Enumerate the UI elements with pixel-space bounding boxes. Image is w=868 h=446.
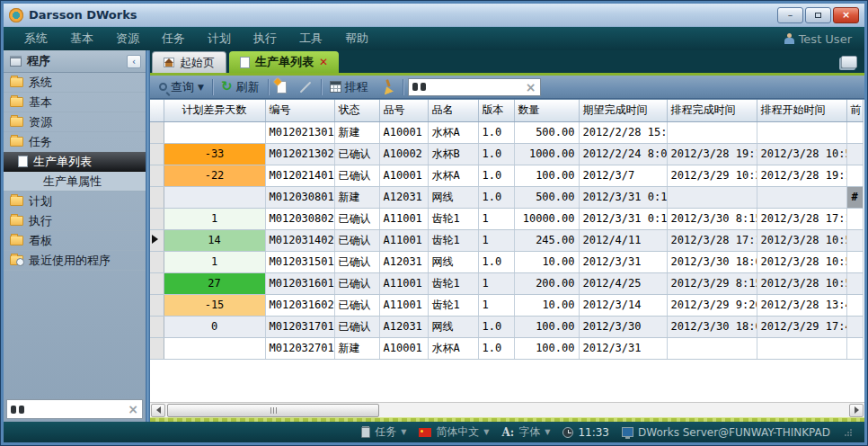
cell-qty[interactable]: 10000.00 xyxy=(514,208,579,229)
tab-close-icon[interactable]: ✕ xyxy=(319,56,328,68)
refresh-button[interactable]: ↻ 刷新 xyxy=(217,77,263,97)
sidebar-search-clear-icon[interactable]: × xyxy=(128,403,138,415)
cell-status[interactable]: 新建 xyxy=(334,186,379,208)
cell-extra[interactable] xyxy=(846,208,863,229)
menu-plan[interactable]: 计划 xyxy=(199,27,239,50)
cell-sched-end[interactable]: 2012/3/29 9:20 xyxy=(667,294,757,316)
sidebar-item-board[interactable]: 看板 xyxy=(4,231,146,251)
cell-code[interactable]: M012030801 xyxy=(265,186,334,208)
cell-item-name[interactable]: 齿轮1 xyxy=(428,294,478,316)
row-indicator[interactable] xyxy=(150,272,164,294)
sidebar-item-production-order-list[interactable]: 生产单列表 xyxy=(4,152,146,172)
row-indicator[interactable] xyxy=(150,208,164,229)
cell-version[interactable]: 1.0 xyxy=(478,121,514,143)
cell-expect[interactable]: 2012/4/11 xyxy=(579,229,667,251)
cell-code[interactable]: M012021301 xyxy=(265,121,334,143)
cell-sched-end[interactable]: 2012/3/29 8:15 xyxy=(667,272,757,294)
cell-item-no[interactable]: A11001 xyxy=(379,294,428,316)
table-row[interactable]: -22M012021401已确认A10001水杯A1.0100.002012/3… xyxy=(150,165,863,186)
cell-version[interactable]: 1 xyxy=(478,294,514,316)
maximize-button[interactable] xyxy=(805,7,831,23)
cell-extra[interactable] xyxy=(846,251,863,272)
sidebar-item-basic[interactable]: 基本 xyxy=(4,93,146,112)
cell-diff[interactable]: 1 xyxy=(164,208,265,229)
cell-code[interactable]: M012031601 xyxy=(265,272,334,294)
query-button[interactable]: 查询 ▼ xyxy=(155,77,208,97)
cell-status[interactable]: 已确认 xyxy=(334,272,379,294)
cell-sched-start[interactable]: 2012/3/28 13:40 xyxy=(757,294,846,316)
cell-code[interactable]: M012021401 xyxy=(265,165,334,186)
cell-sched-start[interactable] xyxy=(757,337,846,359)
cell-item-name[interactable]: 网线 xyxy=(428,316,478,337)
cell-extra[interactable] xyxy=(846,272,863,294)
cell-item-name[interactable]: 水杯A xyxy=(428,121,478,143)
cell-sched-start[interactable]: 2012/3/28 10:52 xyxy=(757,143,846,165)
scrollbar-track[interactable] xyxy=(165,404,849,417)
toolbar-search-input[interactable] xyxy=(430,81,522,94)
cell-sched-start[interactable]: 2012/3/28 10:52 xyxy=(757,272,846,294)
cell-qty[interactable]: 100.00 xyxy=(514,337,579,359)
cell-item-no[interactable]: A10002 xyxy=(379,143,428,165)
header-plan-diff-days[interactable]: 计划差异天数 xyxy=(164,100,265,121)
sidebar-search-input[interactable] xyxy=(24,403,128,415)
cell-sched-end[interactable]: 2012/3/29 10:20 xyxy=(667,165,757,186)
row-indicator[interactable] xyxy=(150,251,164,272)
cell-sched-start[interactable]: 2012/3/29 17:46 xyxy=(757,316,846,337)
table-row[interactable]: 14M012031402已确认A11001齿轮11245.002012/4/11… xyxy=(150,229,863,251)
scroll-right-button[interactable] xyxy=(849,404,864,417)
cell-diff[interactable]: 1 xyxy=(164,251,265,272)
table-row[interactable]: 27M012031601已确认A11001齿轮11200.002012/4/25… xyxy=(150,272,863,294)
cell-qty[interactable]: 500.00 xyxy=(514,186,579,208)
menu-execute[interactable]: 执行 xyxy=(245,27,285,50)
table-row[interactable]: -33M012021302已确认A10002水杯B1.01000.002012/… xyxy=(150,143,863,165)
cell-code[interactable]: M012021302 xyxy=(265,143,334,165)
cell-qty[interactable]: 10.00 xyxy=(514,251,579,272)
cell-code[interactable]: M012030802 xyxy=(265,208,334,229)
cell-expect[interactable]: 2012/2/24 8:00 xyxy=(579,143,667,165)
cell-qty[interactable]: 100.00 xyxy=(514,165,579,186)
menu-resource[interactable]: 资源 xyxy=(108,27,147,50)
row-indicator[interactable] xyxy=(150,294,164,316)
cell-item-name[interactable]: 网线 xyxy=(428,186,478,208)
new-button[interactable] xyxy=(273,79,290,95)
cell-extra[interactable] xyxy=(846,121,863,143)
cell-diff[interactable] xyxy=(164,337,265,359)
cell-sched-end[interactable] xyxy=(667,337,757,359)
cell-expect[interactable]: 2012/3/14 xyxy=(579,294,667,316)
sidebar-item-task[interactable]: 任务 xyxy=(4,132,146,152)
resize-grip[interactable] xyxy=(845,429,852,436)
cell-sched-end[interactable] xyxy=(667,186,757,208)
cell-item-no[interactable]: A11001 xyxy=(379,229,428,251)
row-indicator[interactable] xyxy=(150,121,164,143)
close-button[interactable]: × xyxy=(833,7,859,23)
cell-status[interactable]: 已确认 xyxy=(334,294,379,316)
cell-expect[interactable]: 2012/3/31 xyxy=(579,337,667,359)
cell-sched-end[interactable]: 2012/3/28 17:13 xyxy=(667,229,757,251)
cell-extra[interactable] xyxy=(846,294,863,316)
cell-expect[interactable]: 2012/3/31 xyxy=(579,251,667,272)
cell-status[interactable]: 新建 xyxy=(334,337,379,359)
cell-item-no[interactable]: A11001 xyxy=(379,272,428,294)
cell-extra[interactable] xyxy=(846,165,863,186)
cell-sched-end[interactable]: 2012/3/30 18:00 xyxy=(667,316,757,337)
cell-sched-end[interactable] xyxy=(667,121,757,143)
table-row[interactable]: M012030801新建A12031网线1.0500.002012/3/31 0… xyxy=(150,186,863,208)
header-sched-finish-time[interactable]: 排程完成时间 xyxy=(667,100,757,121)
header-sched-start-time[interactable]: 排程开始时间 xyxy=(757,100,846,121)
cell-item-name[interactable]: 齿轮1 xyxy=(428,208,478,229)
menu-help[interactable]: 帮助 xyxy=(337,27,376,50)
table-row[interactable]: M012021301新建A10001水杯A1.0500.002012/2/28 … xyxy=(150,121,863,143)
cell-extra[interactable] xyxy=(846,337,863,359)
table-row[interactable]: 1M012031501已确认A12031网线1.010.002012/3/312… xyxy=(150,251,863,272)
sidebar-item-production-order-properties[interactable]: 生产单属性 xyxy=(4,172,146,192)
cell-item-name[interactable]: 齿轮1 xyxy=(428,229,478,251)
cell-item-no[interactable]: A10001 xyxy=(379,121,428,143)
header-truncated[interactable]: 前 xyxy=(846,100,863,121)
cell-extra[interactable]: # xyxy=(846,186,863,208)
cell-code[interactable]: M012031602 xyxy=(265,294,334,316)
row-indicator[interactable] xyxy=(150,143,164,165)
header-item-no[interactable]: 品号 xyxy=(379,100,428,121)
cell-item-name[interactable]: 齿轮1 xyxy=(428,272,478,294)
cell-status[interactable]: 已确认 xyxy=(334,316,379,337)
cell-item-no[interactable]: A10001 xyxy=(379,165,428,186)
